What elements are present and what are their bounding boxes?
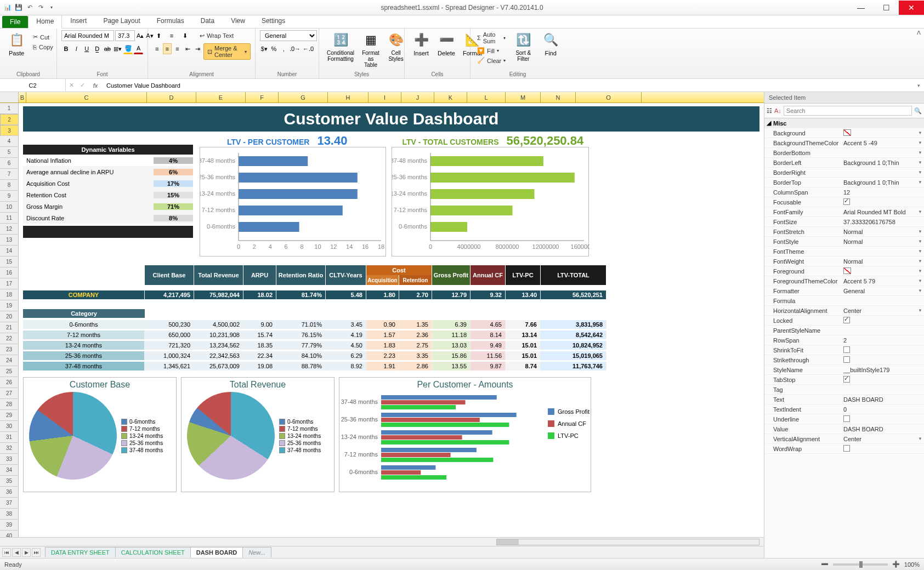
prop-row[interactable]: Strikethrough	[764, 355, 924, 365]
tab-formulas[interactable]: Formulas	[149, 14, 192, 28]
row-header-4[interactable]: 4	[0, 136, 19, 147]
row-header-28[interactable]: 28	[0, 399, 19, 410]
row-header-3[interactable]: 3	[0, 125, 19, 136]
row-header-31[interactable]: 31	[0, 432, 19, 443]
chart-total-revenue[interactable]: Total Revenue 0-6months7-12 months13-24 …	[181, 377, 335, 492]
col-header-F[interactable]: F	[246, 92, 279, 102]
dunderline-button[interactable]: D̲	[93, 43, 102, 54]
number-format-select[interactable]: General	[260, 30, 317, 41]
prop-row[interactable]: FontFamilyArial Rounded MT Bold▼	[764, 207, 924, 217]
tab-data[interactable]: Data	[192, 14, 223, 28]
prop-row[interactable]: TextIndent0	[764, 404, 924, 414]
row-header-40[interactable]: 40	[0, 531, 19, 537]
paste-button[interactable]: 📋Paste	[4, 30, 29, 58]
prop-row[interactable]: Foreground▼	[764, 266, 924, 276]
prop-row[interactable]: BackgroundThemeColorAccent 5 -49▼	[764, 138, 924, 148]
select-all-corner[interactable]	[0, 92, 19, 102]
prop-row[interactable]: ForegroundThemeColorAccent 5 79▼	[764, 276, 924, 286]
col-header-D[interactable]: D	[147, 92, 196, 102]
prop-row[interactable]: FontStyleNormal▼	[764, 237, 924, 247]
row-header-26[interactable]: 26	[0, 377, 19, 388]
prop-row[interactable]: FontWeightNormal▼	[764, 256, 924, 266]
row-header-30[interactable]: 30	[0, 421, 19, 432]
chart-ltv-total[interactable]: 37-48 months25-36 months13-24 months7-12…	[392, 147, 589, 256]
col-header-I[interactable]: I	[369, 92, 401, 102]
clear-button[interactable]: 🧹Clear▾	[475, 56, 508, 65]
prop-row[interactable]: StyleName__builtInStyle179	[764, 365, 924, 375]
row-header-23[interactable]: 23	[0, 344, 19, 355]
redo-icon[interactable]: ↷	[36, 3, 45, 12]
row-header-16[interactable]: 16	[0, 267, 19, 278]
prop-row[interactable]: Background▼	[764, 128, 924, 138]
row-header-25[interactable]: 25	[0, 366, 19, 377]
wrap-text-button[interactable]: ↩Wrap Text	[197, 30, 236, 41]
file-tab[interactable]: File	[2, 16, 28, 28]
row-header-10[interactable]: 10	[0, 202, 19, 213]
align-left-icon[interactable]: ≡	[152, 43, 162, 54]
prop-row[interactable]: FontTheme▼	[764, 247, 924, 256]
zoom-slider[interactable]	[833, 563, 888, 566]
prop-row[interactable]: ValueDASH BOARD	[764, 424, 924, 434]
align-middle-icon[interactable]: ≡	[166, 30, 178, 41]
save-icon[interactable]: 💾	[14, 3, 23, 12]
row-header-19[interactable]: 19	[0, 300, 19, 311]
zoom-in-icon[interactable]: ➕	[892, 561, 900, 568]
row-header-13[interactable]: 13	[0, 235, 19, 246]
delete-cells-button[interactable]: ➖Delete	[434, 30, 458, 58]
prop-row[interactable]: Formula	[764, 296, 924, 306]
prop-row[interactable]: TextDASH BOARD	[764, 395, 924, 404]
row-header-14[interactable]: 14	[0, 246, 19, 256]
underline-button[interactable]: U	[82, 43, 92, 54]
accept-formula-icon[interactable]: ✓	[77, 82, 88, 89]
search-icon[interactable]: 🔍	[914, 107, 922, 115]
strike-button[interactable]: ab	[103, 43, 112, 54]
autosum-button[interactable]: ΣAuto Sum▾	[475, 30, 508, 45]
prop-row[interactable]: BorderTopBackground 1 0;Thin▼	[764, 178, 924, 187]
expand-formula-bar-icon[interactable]: ▾	[913, 83, 924, 88]
row-header-11[interactable]: 11	[0, 213, 19, 224]
prop-row[interactable]: ParentStyleName	[764, 326, 924, 335]
row-header-20[interactable]: 20	[0, 311, 19, 322]
row-header-5[interactable]: 5	[0, 147, 19, 158]
formula-input[interactable]: Customer Value Dashboard	[103, 82, 913, 89]
minimize-button[interactable]: —	[848, 1, 874, 15]
row-header-18[interactable]: 18	[0, 289, 19, 300]
row-header-2[interactable]: 2	[0, 114, 19, 125]
prop-row[interactable]: Focusable	[764, 197, 924, 207]
merge-center-button[interactable]: ⊡Merge & Center▾	[203, 43, 251, 60]
row-header-39[interactable]: 39	[0, 520, 19, 531]
row-header-34[interactable]: 34	[0, 465, 19, 476]
categorized-icon[interactable]: ☷	[767, 107, 772, 115]
prop-row[interactable]: RowSpan2	[764, 335, 924, 345]
tab-insert[interactable]: Insert	[62, 14, 95, 28]
prop-row[interactable]: TabStop	[764, 375, 924, 385]
first-sheet-icon[interactable]: ⏮	[2, 548, 11, 557]
chart-customer-base[interactable]: Customer Base 0-6months7-12 months13-24 …	[23, 377, 177, 492]
row-header-6[interactable]: 6	[0, 158, 19, 169]
sheet-tab-new[interactable]: New...	[242, 547, 271, 557]
col-header-C[interactable]: C	[26, 92, 147, 102]
prop-row[interactable]: Locked	[764, 316, 924, 326]
format-as-table-button[interactable]: ▦Format as Table	[359, 30, 383, 69]
row-header-22[interactable]: 22	[0, 333, 19, 344]
align-bottom-icon[interactable]: ⬇	[179, 30, 191, 41]
border-button[interactable]: ⊞▾	[113, 43, 122, 54]
qat-dropdown-icon[interactable]: ▾	[47, 3, 56, 12]
col-header-H[interactable]: H	[328, 92, 369, 102]
alphabetical-icon[interactable]: A↓	[774, 107, 781, 114]
prop-row[interactable]: BorderBottom▼	[764, 148, 924, 158]
prop-row[interactable]: BorderRight▼	[764, 168, 924, 178]
row-header-9[interactable]: 9	[0, 191, 19, 202]
row-header-32[interactable]: 32	[0, 443, 19, 454]
fx-icon[interactable]: fx	[88, 82, 103, 89]
prop-row[interactable]: VerticalAlignmentCenter▼	[764, 434, 924, 444]
sheet-tab-data-entry[interactable]: DATA ENTRY SHEET	[45, 547, 116, 557]
undo-icon[interactable]: ↶	[25, 3, 34, 12]
insert-cells-button[interactable]: ➕Insert	[409, 30, 433, 58]
bold-button[interactable]: B	[61, 43, 71, 54]
row-header-12[interactable]: 12	[0, 224, 19, 235]
prop-row[interactable]: FontStretchNormal▼	[764, 227, 924, 237]
col-header-N[interactable]: N	[541, 92, 576, 102]
zoom-level[interactable]: 100%	[904, 561, 920, 568]
row-header-33[interactable]: 33	[0, 454, 19, 465]
